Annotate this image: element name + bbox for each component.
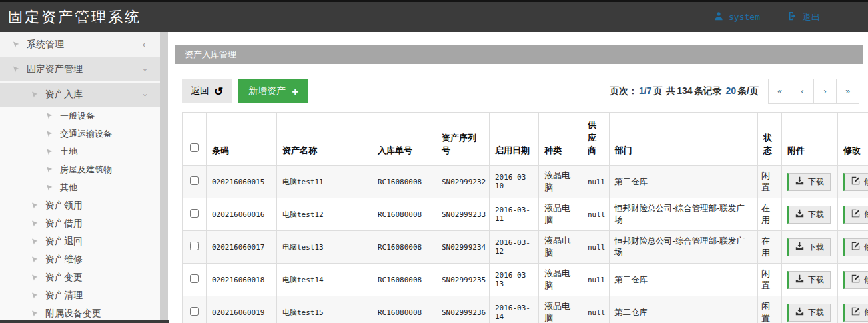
sidebar-item-label: 房屋及建筑物 <box>60 164 112 176</box>
sidebar-item[interactable]: 资产入库‹ <box>0 83 160 107</box>
chevron-down-icon: ‹ <box>139 68 149 71</box>
sidebar-item[interactable]: 资产借用 <box>0 214 160 232</box>
cell-barcode: 020216060016 <box>207 198 277 231</box>
last-page-button[interactable]: » <box>836 79 859 104</box>
cell-type: 液晶电脑 <box>539 296 582 323</box>
cell-order-no: RC16080008 <box>372 264 436 296</box>
sidebar-item-label: 资产维修 <box>45 254 83 266</box>
sidebar-item-label: 资产借用 <box>45 218 83 230</box>
cell-serial-no: SN02999232 <box>436 166 490 198</box>
first-page-button[interactable]: « <box>768 79 791 104</box>
sidebar-item[interactable]: 资产维修 <box>0 250 160 268</box>
user-icon <box>714 11 723 23</box>
sidebar-item-label: 资产变更 <box>45 272 83 284</box>
cell-barcode: 020216060015 <box>207 166 277 198</box>
menu-arrow-icon <box>31 91 39 99</box>
row-checkbox[interactable] <box>190 274 199 283</box>
download-label: 下载 <box>808 307 824 318</box>
asset-table: 条码 资产名称 入库单号 资产序列号 启用日期 种类 供应商 部门 状态 附件 … <box>182 112 868 323</box>
cell-start-date: 2016-03-14 <box>490 296 539 323</box>
download-icon <box>795 209 804 220</box>
sidebar-item-label: 一般设备 <box>60 110 95 122</box>
download-icon <box>795 307 804 318</box>
back-label: 返回 <box>191 85 209 97</box>
edit-button[interactable]: 修改 <box>843 238 868 256</box>
download-icon <box>795 242 804 252</box>
cell-barcode: 020216060017 <box>207 231 277 264</box>
sidebar-item[interactable]: 土地 <box>0 143 160 161</box>
table-row: 020216060015 电脑test11 RC16080008 SN02999… <box>183 166 868 198</box>
sidebar-item-label: 资产入库 <box>45 89 83 101</box>
sidebar-item[interactable]: 附属设备变更 <box>0 304 160 320</box>
download-label: 下载 <box>808 274 824 286</box>
pagination-info: 页次：1/7页 共134条记录 20条/页 <box>609 85 759 97</box>
row-checkbox[interactable] <box>190 242 199 250</box>
download-button[interactable]: 下载 <box>787 173 831 191</box>
menu-arrow-icon <box>12 65 20 73</box>
perpage-value: 20 <box>726 85 737 96</box>
select-all-checkbox[interactable] <box>190 143 199 152</box>
app-window: 固定资产管理系统 system 退出 系统管理‹固定资产管理‹资产入库‹一般设备… <box>0 0 868 323</box>
footer-bar <box>0 320 169 323</box>
row-checkbox[interactable] <box>190 209 199 218</box>
col-header-attachment: 附件 <box>782 113 838 166</box>
edit-button[interactable]: 修改 <box>843 173 868 191</box>
menu-arrow-icon <box>31 238 39 246</box>
next-page-button[interactable]: › <box>813 79 837 104</box>
sidebar-item-label: 固定资产管理 <box>27 63 83 75</box>
menu-arrow-icon <box>45 184 53 192</box>
sidebar-item-label: 交通运输设备 <box>60 128 112 140</box>
cell-asset-name: 电脑test11 <box>277 166 372 198</box>
col-header-status: 状态 <box>758 113 782 166</box>
add-asset-button[interactable]: 新增资产 + <box>238 79 308 103</box>
sidebar-item[interactable]: 资产退回 <box>0 232 160 250</box>
edit-icon <box>851 307 860 318</box>
cell-barcode: 020216060018 <box>207 264 277 296</box>
back-button[interactable]: 返回 ↺ <box>182 79 232 103</box>
sidebar-item[interactable]: 资产变更 <box>0 268 160 286</box>
cell-status: 在用 <box>758 198 782 231</box>
page-label: 页次： <box>610 85 638 96</box>
download-label: 下载 <box>808 242 824 253</box>
sidebar-item[interactable]: 其他 <box>0 178 160 196</box>
row-checkbox[interactable] <box>190 176 199 185</box>
menu-arrow-icon <box>31 202 39 210</box>
row-checkbox[interactable] <box>190 307 199 316</box>
edit-button[interactable]: 修改 <box>843 304 868 322</box>
cell-barcode: 020216060019 <box>207 296 277 323</box>
sidebar-item[interactable]: 交通运输设备 <box>0 125 160 143</box>
sidebar-item[interactable]: 资产清理 <box>0 286 160 304</box>
col-header-type: 种类 <box>539 113 582 166</box>
menu-arrow-icon <box>45 166 53 174</box>
user-menu[interactable]: system <box>714 11 760 23</box>
sidebar-item-label: 系统管理 <box>27 39 64 51</box>
sidebar-item[interactable]: 资产领用 <box>0 196 160 214</box>
cell-order-no: RC16080008 <box>372 231 436 264</box>
cell-order-no: RC16080008 <box>372 166 436 198</box>
download-button[interactable]: 下载 <box>787 238 831 256</box>
table-row: 020216060019 电脑test15 RC16080008 SN02999… <box>183 296 868 323</box>
download-button[interactable]: 下载 <box>787 206 831 224</box>
download-button[interactable]: 下载 <box>787 304 831 322</box>
edit-button[interactable]: 修改 <box>843 271 868 289</box>
edit-icon <box>851 176 860 187</box>
sidebar-item[interactable]: 系统管理‹ <box>0 32 160 57</box>
sidebar-item[interactable]: 固定资产管理‹ <box>0 57 160 83</box>
cell-status: 闲置 <box>758 296 782 323</box>
total-unit: 条记录 <box>694 85 722 96</box>
menu-arrow-icon <box>31 274 39 282</box>
cell-supplier: null <box>582 296 610 323</box>
sidebar-item[interactable]: 一般设备 <box>0 107 160 125</box>
sidebar-scrollbar[interactable] <box>160 32 168 323</box>
cell-asset-name: 电脑test12 <box>277 198 372 231</box>
prev-page-button[interactable]: ‹ <box>791 79 814 104</box>
download-button[interactable]: 下载 <box>787 271 831 289</box>
edit-button[interactable]: 修改 <box>843 206 868 224</box>
menu-arrow-icon <box>45 130 53 138</box>
sidebar-item[interactable]: 房屋及建筑物 <box>0 161 160 178</box>
logout-button[interactable]: 退出 <box>788 11 820 23</box>
header-right: system 退出 <box>714 11 820 23</box>
app-title: 固定资产管理系统 <box>0 7 141 27</box>
sidebar-item-label: 资产领用 <box>45 200 83 212</box>
col-header-start-date: 启用日期 <box>490 113 539 166</box>
